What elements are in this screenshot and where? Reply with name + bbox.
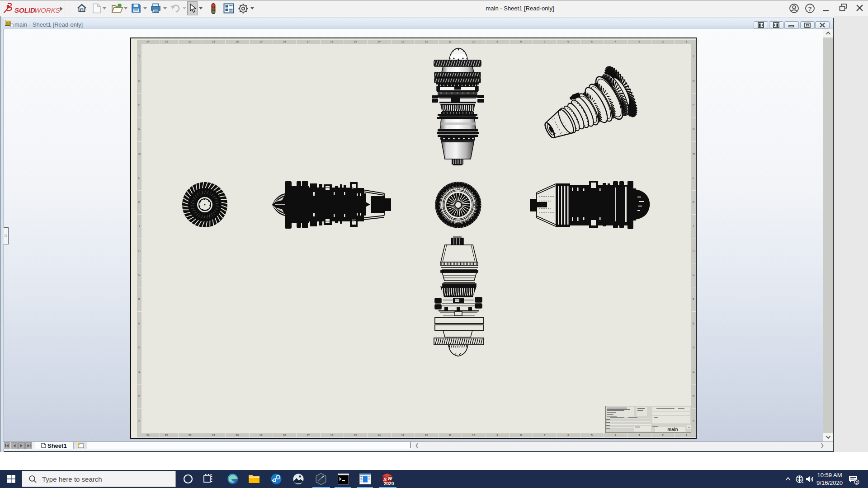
svg-text:2: 2: [855, 480, 858, 485]
svg-text:SOLID: SOLID: [14, 6, 35, 14]
svg-text:W: W: [387, 476, 393, 481]
svg-text:WORKS: WORKS: [34, 6, 60, 14]
svg-text:?: ?: [808, 5, 812, 12]
svg-text:2020: 2020: [384, 481, 394, 486]
